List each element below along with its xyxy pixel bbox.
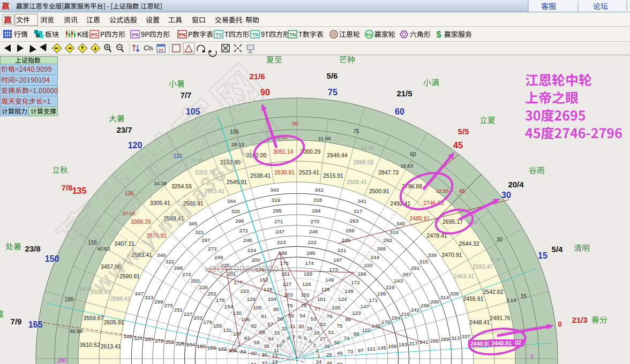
svg-text:30: 30 [298, 323, 304, 329]
svg-text:195: 195 [377, 291, 386, 297]
svg-text:266: 266 [421, 302, 430, 308]
svg-text:314: 314 [440, 294, 449, 300]
svg-text:300: 300 [144, 336, 153, 342]
svg-text:250: 250 [191, 278, 200, 284]
svg-text:178: 178 [216, 297, 225, 303]
svg-text:106: 106 [241, 316, 250, 322]
svg-text:2463.41: 2463.41 [454, 273, 474, 279]
svg-text:12.50: 12.50 [436, 188, 449, 194]
svg-text:226: 226 [199, 284, 208, 290]
svg-text:126: 126 [302, 281, 311, 287]
svg-text:9: 9 [282, 338, 284, 344]
svg-text:34.38: 34.38 [154, 180, 167, 186]
svg-text:323: 323 [145, 294, 154, 300]
svg-text:48: 48 [326, 360, 332, 364]
svg-text:73: 73 [347, 348, 353, 354]
svg-text:0: 0 [530, 354, 534, 360]
svg-text:293: 293 [350, 218, 359, 224]
svg-text:241: 241 [419, 339, 428, 345]
svg-text:202: 202 [207, 291, 216, 297]
svg-text:273: 273 [208, 246, 217, 252]
svg-text:2440.91: 2440.91 [470, 340, 491, 347]
svg-text:150: 150 [304, 271, 313, 277]
svg-text:21/5: 21/5 [396, 89, 412, 98]
svg-text:105: 105 [253, 305, 262, 310]
svg-text:203: 203 [193, 315, 202, 321]
svg-text:2644.32: 2644.32 [459, 240, 479, 247]
svg-text:35: 35 [264, 343, 269, 349]
svg-text:60: 60 [251, 350, 257, 356]
svg-text:6: 6 [298, 334, 302, 340]
svg-text:74: 74 [344, 335, 350, 341]
svg-text:7: 7 [292, 334, 295, 340]
svg-text:5/5: 5/5 [458, 127, 469, 136]
svg-text:75: 75 [328, 88, 338, 97]
svg-text:2491.76: 2491.76 [490, 315, 511, 321]
svg-text:224: 224 [248, 247, 257, 253]
svg-text:36: 36 [261, 352, 267, 358]
svg-text:171: 171 [369, 297, 378, 303]
svg-text:271: 271 [274, 218, 283, 224]
svg-text:101: 101 [317, 296, 326, 302]
svg-text:124: 124 [338, 296, 347, 302]
svg-text:127: 127 [283, 281, 291, 287]
svg-text:3: 3 [313, 342, 316, 348]
svg-text:295: 295 [273, 208, 282, 214]
svg-text:218: 218 [401, 311, 410, 317]
svg-text:2508.41: 2508.41 [347, 179, 367, 185]
svg-text:2448.41: 2448.41 [469, 319, 490, 325]
svg-text:30: 30 [497, 237, 503, 242]
svg-text:129: 129 [246, 296, 255, 302]
svg-text:123: 123 [352, 310, 361, 316]
svg-text:194: 194 [391, 315, 400, 321]
svg-text:220: 220 [364, 262, 373, 268]
svg-text:5/4: 5/4 [552, 245, 564, 254]
svg-text:324: 324 [134, 335, 143, 341]
svg-text:Big: Big [366, 33, 372, 37]
svg-text:75: 75 [353, 128, 359, 134]
svg-text:72: 72 [337, 361, 343, 364]
svg-text:245: 245 [341, 237, 350, 243]
svg-text:2440.91: 2440.91 [491, 340, 512, 346]
svg-text:296: 296 [235, 218, 244, 224]
svg-text:Cls: Cls [144, 44, 153, 52]
svg-text:21: 21 [159, 48, 163, 52]
svg-text:81: 81 [261, 313, 267, 319]
svg-text:122: 122 [362, 327, 370, 333]
svg-text:275: 275 [164, 302, 173, 308]
svg-text:121: 121 [367, 346, 376, 352]
svg-text:298: 298 [174, 265, 183, 271]
svg-text:33: 33 [274, 330, 280, 336]
svg-text:152: 152 [260, 277, 268, 283]
svg-text:31.25: 31.25 [191, 157, 204, 163]
svg-text:98: 98 [354, 331, 359, 337]
svg-text:276: 276 [155, 338, 164, 344]
svg-text:60: 60 [410, 151, 416, 157]
svg-text:299: 299 [154, 299, 163, 305]
svg-text:11: 11 [274, 347, 279, 353]
svg-text:PN: PN [179, 32, 186, 37]
svg-text:5/6: 5/6 [327, 71, 338, 80]
svg-text:45: 45 [459, 188, 466, 194]
svg-text:31: 31 [290, 323, 296, 329]
svg-text:21.88: 21.88 [318, 135, 331, 141]
svg-text:2515.91: 2515.91 [323, 172, 343, 179]
svg-text:150: 150 [45, 254, 59, 263]
svg-text:2538.41: 2538.41 [250, 172, 271, 179]
svg-text:24: 24 [316, 359, 321, 364]
svg-text:54: 54 [299, 313, 305, 318]
svg-text:338: 338 [450, 291, 459, 297]
svg-text:29: 29 [306, 325, 312, 331]
svg-text:223: 223 [277, 239, 286, 245]
svg-text:78: 78 [301, 302, 307, 308]
svg-text:12: 12 [272, 353, 278, 359]
svg-text:204: 204 [186, 342, 196, 347]
svg-text:PS: PS [91, 32, 98, 37]
svg-text:125: 125 [321, 286, 331, 292]
svg-text:100: 100 [332, 305, 341, 310]
svg-text:346: 346 [157, 252, 166, 258]
svg-text:265: 265 [430, 338, 439, 344]
svg-text:2500.91: 2500.91 [369, 188, 389, 194]
svg-text:23/8: 23/8 [25, 244, 40, 253]
svg-text:217: 217 [409, 340, 417, 346]
